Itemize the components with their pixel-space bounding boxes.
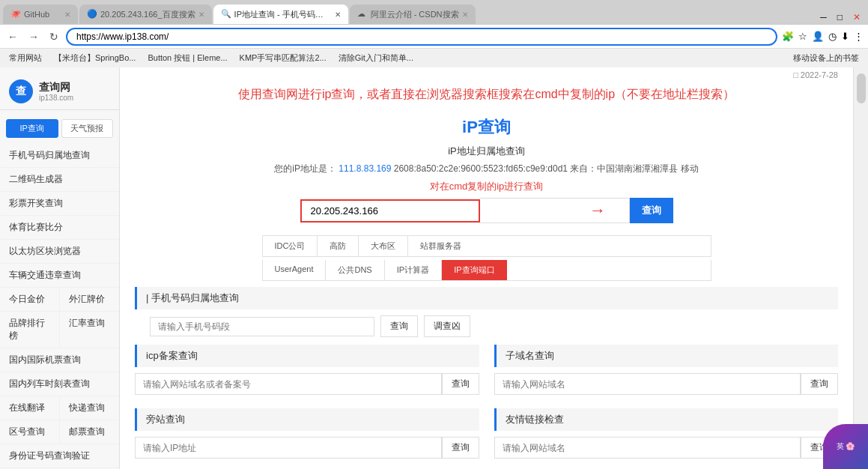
sidebar: 查 查询网 ip138.com IP查询 天气预报 手机号码归属地查询 二维码生… — [0, 67, 120, 469]
friendlink-input-row: 查询 — [494, 437, 839, 459]
ip-link[interactable]: 111.8.83.169 — [339, 163, 391, 174]
tab-baidu-label: 20.205.243.166_百度搜索 — [100, 9, 195, 20]
tool-ipjisuan[interactable]: IP计算器 — [385, 260, 442, 280]
close-browser-btn[interactable]: ✕ — [849, 10, 865, 24]
sidebar-item-forex[interactable]: 外汇牌价 — [60, 288, 119, 311]
friendlink-section: 友情链接检查 查询 — [494, 408, 839, 463]
friendlink-input[interactable] — [494, 437, 801, 459]
sidebar-row-gold: 今日金价 外汇牌价 — [0, 288, 119, 312]
sidebar-item-gold[interactable]: 今日金价 — [0, 288, 60, 311]
address-input[interactable] — [66, 28, 777, 46]
subdomain-query-btn[interactable]: 查询 — [801, 373, 838, 395]
back-button[interactable]: ← — [4, 29, 21, 44]
tool-zhandian[interactable]: 站群服务器 — [408, 236, 473, 256]
tool-publicdns[interactable]: 公共DNS — [326, 260, 384, 280]
icp-input[interactable] — [135, 373, 442, 395]
tab-aliyun-close[interactable]: ✕ — [462, 10, 468, 19]
tool-ipchaxun[interactable]: IP查询端口 — [442, 260, 506, 280]
subdomain-input-row: 查询 — [494, 373, 839, 395]
scrollbar-thumb[interactable] — [857, 73, 866, 103]
icp-section: icp备案查询 查询 — [135, 345, 479, 399]
tab-github-close[interactable]: ✕ — [64, 10, 70, 19]
sidebar-item-idcard[interactable]: 身份证号码查询验证 — [0, 444, 119, 468]
bookmark-item-changyu[interactable]: 常用网站 — [6, 52, 45, 64]
tab-baidu[interactable]: 🔵 20.205.243.166_百度搜索 ✕ — [79, 4, 212, 24]
sidebar-item-train[interactable]: 国内列车时刻表查询 — [0, 372, 119, 396]
tab-ip138-close[interactable]: ✕ — [335, 10, 341, 19]
phone-section-title: | 手机号码归属地查询 — [135, 287, 838, 309]
logo-name: 查询网 — [39, 81, 73, 94]
bookmark-item-springbo[interactable]: 【米培台】SpringBo... — [51, 52, 139, 64]
tab-github-label: GitHub — [24, 10, 61, 19]
tab-aliyun[interactable]: ☁ 阿里云介绍 - CSDN搜索 ✕ — [350, 4, 476, 24]
profile-icon[interactable]: 👤 — [812, 31, 824, 42]
main-annotation: 使用查询网进行ip查询，或者直接在浏览器搜索框搜索在cmd中复制的ip（不要在地… — [120, 79, 853, 109]
tools-row: IDC公司 高防 大布区 站群服务器 — [135, 235, 838, 257]
phone-investigate-btn[interactable]: 调查凶 — [424, 315, 470, 337]
phone-input-row: 查询 调查凶 — [135, 315, 838, 337]
browser-chrome: 🐙 GitHub ✕ 🔵 20.205.243.166_百度搜索 ✕ 🔍 IP地… — [0, 0, 868, 67]
nav-tab-ip[interactable]: IP查询 — [6, 119, 58, 138]
icp-query-btn[interactable]: 查询 — [442, 373, 479, 395]
subdomain-input[interactable] — [494, 373, 801, 395]
history-icon[interactable]: ◷ — [828, 31, 837, 42]
nav-tab-weather[interactable]: 天气预报 — [61, 119, 114, 138]
tool-idc[interactable]: IDC公司 — [263, 236, 318, 256]
sidebar-item-lottery[interactable]: 彩票开奖查询 — [0, 192, 119, 216]
tab-ip138-label: IP地址查询 - 手机号码查询归属... — [234, 9, 332, 20]
refresh-button[interactable]: ↻ — [46, 29, 61, 44]
char-text: 英 🌸 — [837, 441, 855, 452]
menu-icon[interactable]: ⋮ — [854, 31, 864, 42]
bookmark-item-kmp[interactable]: KMP手写串匹配算法2... — [237, 52, 330, 64]
sidebar-logo: 查 查询网 ip138.com — [0, 73, 119, 110]
tool-useragent[interactable]: UserAgent — [263, 260, 327, 280]
phone-section: | 手机号码归属地查询 查询 调查凶 — [135, 287, 838, 337]
sidebar-item-area[interactable]: 区号查询 — [0, 420, 60, 444]
two-col-neighbor-friendlink: 旁站查询 查询 友情链接检查 查询 — [135, 408, 838, 463]
red-arrow: → — [589, 201, 606, 220]
phone-query-btn[interactable]: 查询 — [380, 315, 418, 337]
subdomain-section: 子域名查询 查询 — [494, 345, 839, 399]
sidebar-item-sports[interactable]: 体育比赛比分 — [0, 216, 119, 240]
tab-github[interactable]: 🐙 GitHub ✕ — [3, 4, 78, 24]
forward-button[interactable]: → — [25, 29, 42, 44]
neighbor-input[interactable] — [135, 437, 442, 459]
query-input[interactable] — [300, 199, 480, 223]
sidebar-item-stamp[interactable]: 邮票查询 — [60, 420, 119, 444]
query-button[interactable]: 查询 — [630, 198, 673, 223]
tool-gaofang[interactable]: 高防 — [318, 236, 359, 256]
bookmark-item-mobile[interactable]: 移动设备上的书签 — [790, 52, 862, 64]
github-favicon: 🐙 — [10, 9, 21, 19]
sidebar-item-express[interactable]: 快递查询 — [60, 396, 119, 420]
sidebar-item-traffic[interactable]: 车辆交通违章查询 — [0, 264, 119, 288]
bookmark-item-git[interactable]: 清除Git入门和简单... — [336, 52, 416, 64]
sidebar-item-exchange[interactable]: 汇率查询 — [60, 312, 119, 348]
tools-grid-2: UserAgent 公共DNS IP计算器 IP查询端口 — [262, 260, 711, 281]
subdomain-section-title: 子域名查询 — [494, 345, 839, 367]
sidebar-item-translate[interactable]: 在线翻译 — [0, 396, 60, 420]
tab-baidu-close[interactable]: ✕ — [198, 10, 204, 19]
character-decoration: 英 🌸 — [823, 424, 868, 469]
sidebar-item-phone[interactable]: 手机号码归属地查询 — [0, 144, 119, 168]
sidebar-item-qrcode[interactable]: 二维码生成器 — [0, 168, 119, 192]
bookmark-item-element[interactable]: Button 按钮 | Eleme... — [145, 52, 230, 64]
phone-input[interactable] — [150, 317, 374, 336]
phone-section-icon: | — [146, 292, 151, 303]
bookmarks-bar: 常用网站 【米培台】SpringBo... Button 按钮 | Eleme.… — [0, 48, 868, 67]
address-bar-row: ← → ↻ 🧩 ☆ 👤 ◷ ⬇ ⋮ — [0, 24, 868, 48]
sidebar-item-brand[interactable]: 品牌排行榜 — [0, 312, 60, 348]
query-input-secondary[interactable] — [480, 198, 630, 223]
ip-query-section: iP查询 iP地址归属地查询 您的iP地址是： 111.8.83.169 260… — [120, 109, 853, 235]
tab-ip138[interactable]: 🔍 IP地址查询 - 手机号码查询归属... ✕ — [213, 4, 348, 24]
minimize-btn[interactable]: ─ — [816, 10, 831, 24]
sidebar-item-flights[interactable]: 国内国际机票查询 — [0, 348, 119, 372]
neighbor-query-btn[interactable]: 查询 — [442, 437, 479, 459]
logo-text-block: 查询网 ip138.com — [39, 81, 73, 102]
logo-sub: ip138.com — [39, 94, 73, 102]
download-icon[interactable]: ⬇ — [841, 31, 849, 42]
bookmark-icon[interactable]: ☆ — [798, 31, 807, 42]
maximize-btn[interactable]: □ — [833, 10, 847, 24]
ip-info: 您的iP地址是： 111.8.83.169 2608:8a50:2c2e:960… — [135, 163, 838, 175]
sidebar-item-ethereum[interactable]: 以太坊区块浏览器 — [0, 240, 119, 264]
tool-dabuqu[interactable]: 大布区 — [359, 236, 408, 256]
